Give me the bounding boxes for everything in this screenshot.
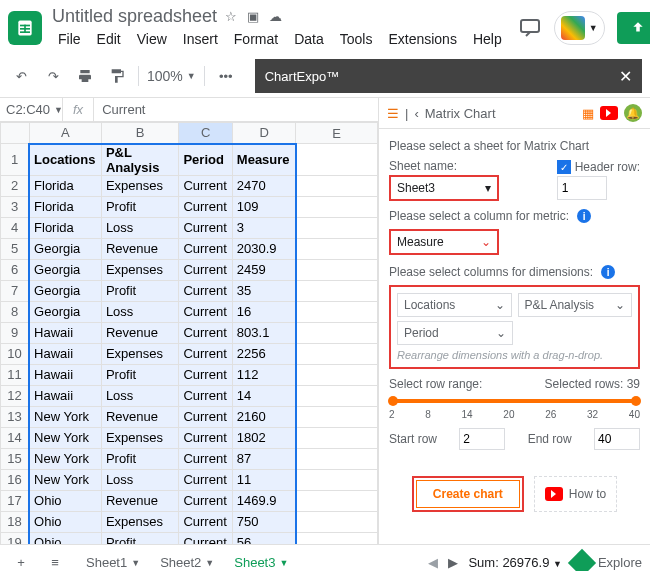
all-sheets-button[interactable]: ≡ [42, 550, 68, 572]
formula-value[interactable]: Current [94, 102, 153, 117]
cell-grid[interactable]: ABCDE1LocationsP&L AnalysisPeriodMeasure… [0, 122, 378, 544]
tab-sheet1[interactable]: Sheet1 ▼ [76, 549, 150, 571]
tab-sheet3[interactable]: Sheet3 ▼ [224, 549, 298, 571]
table-row[interactable]: 16New YorkLossCurrent11 [1, 469, 378, 490]
dimension-locations[interactable]: Locations⌄ [397, 293, 512, 317]
document-title[interactable]: Untitled spreadsheet [52, 6, 217, 27]
menu-format[interactable]: Format [228, 29, 284, 49]
row-header[interactable]: 14 [1, 427, 30, 448]
info-icon[interactable]: i [577, 209, 591, 223]
table-row[interactable]: 10HawaiiExpensesCurrent2256 [1, 343, 378, 364]
row-header[interactable]: 7 [1, 280, 30, 301]
row-header[interactable]: 18 [1, 511, 30, 532]
header-row-input[interactable] [557, 176, 607, 200]
notify-icon[interactable]: 🔔 [624, 104, 642, 122]
table-row[interactable]: 7GeorgiaProfitCurrent35 [1, 280, 378, 301]
table-row[interactable]: 14New YorkExpensesCurrent1802 [1, 427, 378, 448]
row-header[interactable]: 13 [1, 406, 30, 427]
row-header[interactable]: 17 [1, 490, 30, 511]
row-header[interactable]: 12 [1, 385, 30, 406]
sum-display[interactable]: Sum: 26976.9 ▼ [468, 555, 562, 570]
start-row-input[interactable] [459, 428, 505, 450]
col-header-C[interactable]: C [179, 123, 232, 144]
table-row[interactable]: 2FloridaExpensesCurrent2470 [1, 175, 378, 196]
table-row[interactable]: 13New YorkRevenueCurrent2160 [1, 406, 378, 427]
table-row[interactable]: 6GeorgiaExpensesCurrent2459 [1, 259, 378, 280]
more-button[interactable]: ••• [213, 63, 239, 89]
create-chart-button[interactable]: Create chart [416, 480, 520, 508]
zoom-selector[interactable]: 100%▼ [147, 68, 196, 84]
info-icon[interactable]: i [601, 265, 615, 279]
row-range-slider[interactable] [393, 399, 636, 403]
paint-format-button[interactable] [104, 63, 130, 89]
metric-selector[interactable]: Measure⌄ [389, 229, 499, 255]
explore-button[interactable]: Explore [572, 553, 642, 572]
redo-button[interactable]: ↷ [40, 63, 66, 89]
table-row[interactable]: 5GeorgiaRevenueCurrent2030.9 [1, 238, 378, 259]
comments-icon[interactable] [518, 16, 542, 40]
table-row[interactable]: 8GeorgiaLossCurrent16 [1, 301, 378, 322]
scroll-left-icon[interactable]: ◀ [428, 555, 438, 570]
toolbar: ↶ ↷ 100%▼ ••• ChartExpo™ ✕ [0, 55, 650, 98]
table-row[interactable]: 11HawaiiProfitCurrent112 [1, 364, 378, 385]
menu-extensions[interactable]: Extensions [382, 29, 462, 49]
explore-icon [568, 548, 596, 571]
row-header[interactable]: 9 [1, 322, 30, 343]
table-row[interactable]: 12HawaiiLossCurrent14 [1, 385, 378, 406]
youtube-icon[interactable] [600, 106, 618, 120]
add-sheet-button[interactable]: + [8, 550, 34, 572]
col-header-A[interactable]: A [29, 123, 101, 144]
col-header-E[interactable]: E [296, 123, 378, 144]
cell-reference[interactable]: C2:C40▼ [0, 102, 62, 117]
row-header[interactable]: 6 [1, 259, 30, 280]
table-row[interactable]: 4FloridaLossCurrent3 [1, 217, 378, 238]
row-header[interactable]: 16 [1, 469, 30, 490]
menu-insert[interactable]: Insert [177, 29, 224, 49]
how-to-button[interactable]: How to [534, 476, 617, 512]
orange-badge-icon[interactable]: ▦ [582, 106, 594, 121]
share-button[interactable]: Share [617, 12, 650, 44]
row-header[interactable]: 19 [1, 532, 30, 544]
print-button[interactable] [72, 63, 98, 89]
col-header-D[interactable]: D [232, 123, 296, 144]
table-row[interactable]: 17OhioRevenueCurrent1469.9 [1, 490, 378, 511]
tab-sheet2[interactable]: Sheet2 ▼ [150, 549, 224, 571]
header-row-checkbox[interactable]: ✓ [557, 160, 571, 174]
table-row[interactable]: 19OhioProfitCurrent56 [1, 532, 378, 544]
spreadsheet-area: C2:C40▼ fx Current ABCDE1LocationsP&L An… [0, 98, 378, 544]
menu-file[interactable]: File [52, 29, 87, 49]
sheet-name-selector[interactable]: Sheet3▾ [389, 175, 499, 201]
dimension-period[interactable]: Period⌄ [397, 321, 513, 345]
row-header[interactable]: 10 [1, 343, 30, 364]
menu-view[interactable]: View [131, 29, 173, 49]
row-header[interactable]: 3 [1, 196, 30, 217]
back-icon[interactable]: ‹ [414, 106, 418, 121]
dimension-pl[interactable]: P&L Analysis⌄ [518, 293, 633, 317]
menu-icon[interactable]: ☰ [387, 106, 399, 121]
table-row[interactable]: 15New YorkProfitCurrent87 [1, 448, 378, 469]
row-header[interactable]: 4 [1, 217, 30, 238]
close-panel-icon[interactable]: ✕ [619, 67, 632, 86]
sheets-logo[interactable] [8, 11, 42, 45]
table-row[interactable]: 3FloridaProfitCurrent109 [1, 196, 378, 217]
row-header[interactable]: 1 [1, 144, 30, 176]
scroll-right-icon[interactable]: ▶ [448, 555, 458, 570]
col-header-B[interactable]: B [101, 123, 179, 144]
menu-edit[interactable]: Edit [91, 29, 127, 49]
menu-data[interactable]: Data [288, 29, 330, 49]
row-header[interactable]: 15 [1, 448, 30, 469]
end-row-input[interactable] [594, 428, 640, 450]
row-header[interactable]: 5 [1, 238, 30, 259]
meet-button[interactable]: ▼ [554, 11, 605, 45]
star-icon[interactable]: ☆ [225, 9, 237, 24]
row-header[interactable]: 8 [1, 301, 30, 322]
table-row[interactable]: 18OhioExpensesCurrent750 [1, 511, 378, 532]
cloud-icon[interactable]: ☁ [269, 9, 282, 24]
move-icon[interactable]: ▣ [247, 9, 259, 24]
menu-help[interactable]: Help [467, 29, 508, 49]
row-header[interactable]: 11 [1, 364, 30, 385]
undo-button[interactable]: ↶ [8, 63, 34, 89]
row-header[interactable]: 2 [1, 175, 30, 196]
table-row[interactable]: 9HawaiiRevenueCurrent803.1 [1, 322, 378, 343]
menu-tools[interactable]: Tools [334, 29, 379, 49]
